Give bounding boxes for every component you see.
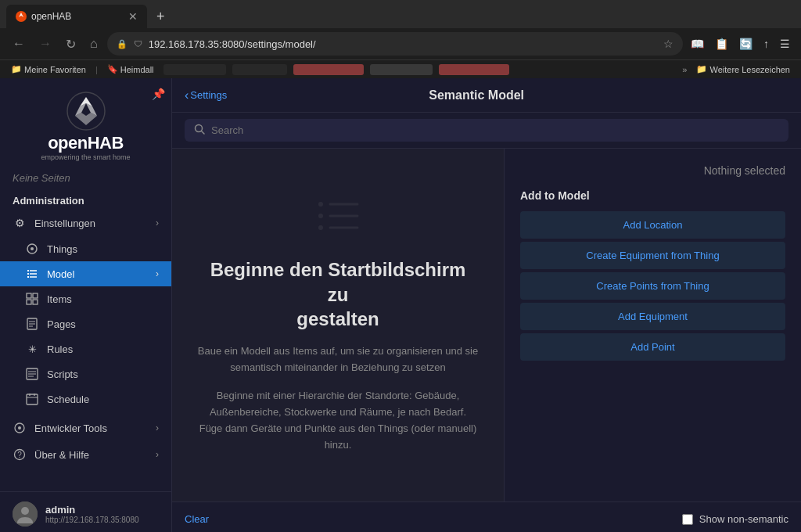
sidebar-item-model[interactable]: Model › [0,261,171,286]
pin-button[interactable]: 📌 [152,88,165,100]
model-icon [25,267,39,281]
pages-icon [25,317,39,331]
more-bookmarks-button[interactable]: » [682,65,687,74]
menu-button[interactable]: ☰ [777,34,793,53]
content-header: ‹ Settings Semantic Model [172,78,801,113]
scripts-label: Scripts [47,368,159,380]
keine-seiten-label: Keine Seiten [0,167,171,189]
sidebar-item-scripts[interactable]: Scripts [0,361,171,386]
einstellungen-arrow-icon: › [156,217,159,228]
help-label: Über & Hilfe [34,449,148,461]
address-lock-icon: 🔒 [117,39,128,49]
nothing-selected-text: Nothing selected [520,164,785,177]
schedule-icon [25,392,39,406]
svg-rect-7 [27,270,29,271]
model-title: Beginne den Startbildschirm zu gestalten [197,257,479,331]
add-to-model-label: Add to Model [520,189,785,202]
svg-point-37 [318,202,323,207]
blurred-bookmark-3[interactable] [293,64,364,75]
svg-rect-9 [27,276,29,278]
bookmarks-bar: 📁 Meine Favoriten | 🔖 Heimdall » 📁 Weite… [0,59,801,78]
blurred-bookmark-1[interactable] [163,64,226,75]
help-arrow-icon: › [156,449,159,460]
blurred-bookmark-2[interactable] [232,64,287,75]
sidebar-item-things[interactable]: Things [0,236,171,261]
forward-button[interactable]: → [34,34,56,54]
show-non-semantic-checkbox[interactable] [682,514,693,525]
pocket-button[interactable]: 📖 [688,34,707,53]
sidebar-item-rules[interactable]: ✳ Rules [0,336,171,361]
sidebar-item-einstellungen[interactable]: ⚙ Einstellungen › [0,210,171,236]
sidebar-item-pages[interactable]: Pages [0,311,171,336]
sidebar-user-section: admin http://192.168.178.35:8080 [0,491,171,532]
tab-close-button[interactable]: ✕ [128,10,138,23]
bookmark-item-more-reading[interactable]: 📁 Weitere Lesezeichen [693,63,793,76]
history-button[interactable]: 📋 [712,34,731,53]
bookmark-item-favorites[interactable]: 📁 Meine Favoriten [8,63,89,76]
clear-button[interactable]: Clear [185,513,209,525]
svg-text:?: ? [17,451,22,459]
svg-rect-22 [27,394,38,404]
svg-rect-8 [27,273,29,275]
blurred-bookmark-5[interactable] [439,64,509,75]
model-label: Model [47,268,148,280]
search-icon [194,124,205,137]
einstellungen-label: Einstellungen [34,217,148,229]
developer-tools-icon [13,421,27,435]
sync-button[interactable]: 🔄 [736,34,756,53]
sidebar-item-help[interactable]: ? Über & Hilfe › [0,441,171,468]
new-tab-button[interactable]: + [150,7,171,27]
model-main-area: Beginne den Startbildschirm zu gestalten… [172,149,504,501]
sidebar-item-schedule[interactable]: Schedule [0,386,171,412]
search-bar [172,113,801,149]
model-description-2: Beginne mit einer Hierarchie der Standor… [197,388,479,453]
user-url: http://192.168.178.35:8080 [45,516,139,524]
page-title: Semantic Model [236,88,717,102]
add-point-button[interactable]: Add Point [520,333,785,361]
svg-rect-11 [33,293,38,298]
svg-point-3 [31,247,34,250]
user-details: admin http://192.168.178.35:8080 [45,504,139,524]
search-input[interactable] [211,124,779,136]
bookmark-heimdall-icon: 🔖 [107,64,118,74]
pages-label: Pages [47,318,159,330]
browser-tab[interactable]: openHAB ✕ [6,5,147,28]
browser-chrome: openHAB ✕ + ← → ↻ ⌂ 🔒 🛡 192.168.178.35:8… [0,0,801,78]
create-points-from-thing-button[interactable]: Create Points from Thing [520,272,785,300]
address-star-icon[interactable]: ☆ [663,38,673,50]
address-shield-icon: 🛡 [134,39,142,49]
user-name: admin [45,504,139,516]
sidebar-item-items[interactable]: Items [0,286,171,311]
einstellungen-icon: ⚙ [13,216,27,230]
svg-point-39 [318,225,323,230]
blurred-bookmark-4[interactable] [370,64,433,75]
sidebar-item-developer-tools[interactable]: Entwickler Tools › [0,415,171,441]
sidebar: openHAB empowering the smart home 📌 Kein… [0,78,172,532]
user-avatar [13,501,38,527]
add-location-button[interactable]: Add Location [520,211,785,239]
address-text[interactable]: 192.168.178.35:8080/settings/model/ [149,38,657,50]
show-non-semantic-label[interactable]: Show non-semantic [682,513,788,525]
tab-favicon [16,11,27,22]
create-equipment-from-thing-button[interactable]: Create Equipment from Thing [520,242,785,269]
add-equipment-button[interactable]: Add Equipment [520,303,785,330]
bookmark-folder-icon: 📁 [11,64,22,74]
back-link[interactable]: ‹ Settings [185,88,227,102]
bookmark-item-heimdall[interactable]: 🔖 Heimdall [104,63,157,76]
back-button[interactable]: ← [8,34,30,54]
app-container: openHAB empowering the smart home 📌 Kein… [0,78,801,532]
bottom-bar: Clear Show non-semantic [172,501,801,532]
help-icon: ? [13,448,27,462]
svg-rect-12 [27,300,31,304]
home-button[interactable]: ⌂ [85,34,102,54]
nav-bar: ← → ↻ ⌂ 🔒 🛡 192.168.178.35:8080/settings… [0,28,801,59]
refresh-button[interactable]: ↻ [61,34,81,55]
svg-rect-13 [33,300,38,304]
user-info: admin http://192.168.178.35:8080 [13,501,159,527]
address-bar[interactable]: 🔒 🛡 192.168.178.35:8080/settings/model/ … [107,32,683,56]
model-arrow-icon: › [156,268,159,279]
developer-tools-arrow-icon: › [156,422,159,433]
share-button[interactable]: ↑ [760,34,772,53]
administration-section-label: Administration [0,189,171,210]
svg-point-27 [18,426,21,430]
